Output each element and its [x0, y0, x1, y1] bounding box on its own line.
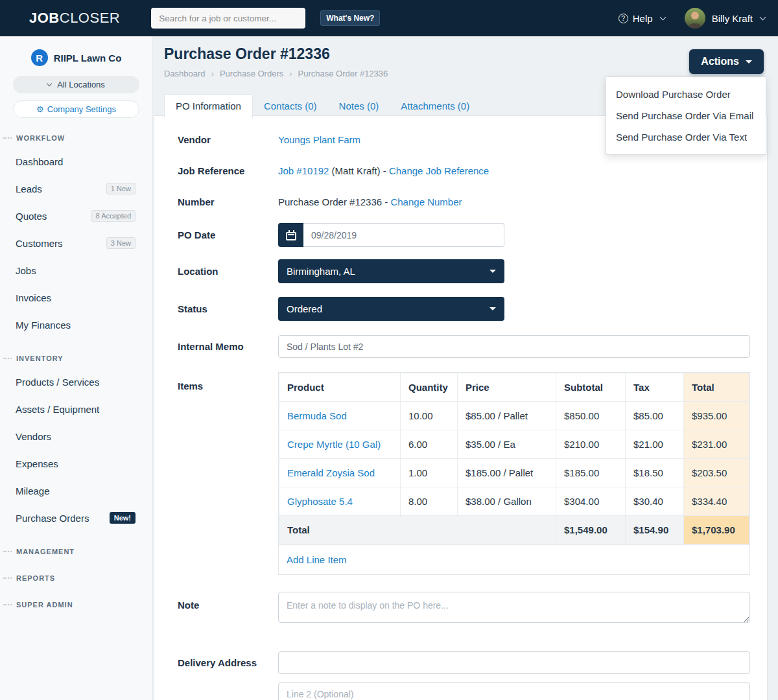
note-row: Note [178, 592, 750, 623]
vendor-link[interactable]: Youngs Plant Farm [278, 134, 360, 145]
breadcrumb-current: Purchase Order #12336 [283, 69, 388, 78]
sidebar-item-mileage[interactable]: Mileage [0, 477, 152, 504]
status-value: Ordered [287, 303, 322, 314]
section-reports[interactable]: REPORTS [0, 571, 152, 585]
chevron-down-icon [47, 81, 52, 86]
logo-bold: JOB [29, 10, 60, 26]
subtotal-cell: $304.00 [556, 487, 626, 516]
internal-memo-row: Internal Memo [178, 335, 750, 358]
note-textarea[interactable] [278, 592, 750, 623]
quantity-cell: 1.00 [401, 459, 458, 487]
delivery-address-line2-input[interactable] [278, 682, 750, 700]
tab-attachments[interactable]: Attachments (0) [390, 95, 480, 117]
table-row: Crepe Myrtle (10 Gal) 6.00 $35.00 / Ea $… [279, 430, 749, 459]
tax-cell: $21.00 [626, 430, 684, 459]
tab-notes[interactable]: Notes (0) [328, 95, 390, 117]
menu-item-send-po-via-text[interactable]: Send Purchase Order Via Text [606, 126, 766, 148]
location-select[interactable]: Birmingham, AL [278, 259, 504, 283]
menu-item-download-purchase-order[interactable]: Download Purchase Order [606, 84, 766, 105]
sidebar-item-products-services[interactable]: Products / Services [0, 368, 152, 395]
total-cell: $231.00 [684, 430, 749, 459]
section-super-admin[interactable]: SUPER ADMIN [0, 598, 152, 611]
sidebar-item-my-finances[interactable]: My Finances [0, 311, 152, 338]
user-avatar[interactable] [685, 8, 705, 29]
chevron-down-icon[interactable] [760, 14, 766, 20]
breadcrumb-purchase-orders[interactable]: Purchase Orders [206, 69, 284, 78]
actions-label: Actions [701, 56, 739, 67]
product-link[interactable]: Emerald Zoysia Sod [287, 467, 375, 478]
po-date-row: PO Date [178, 223, 750, 247]
change-number-link[interactable]: Change Number [390, 196, 462, 207]
add-line-item-row: Add Line Item [279, 544, 749, 574]
number-label: Number [178, 196, 278, 207]
search-input[interactable] [151, 8, 305, 29]
total-cell: $935.00 [684, 402, 749, 430]
sidebar-item-vendors[interactable]: Vendors [0, 423, 152, 450]
company-settings-button[interactable]: ⚙ Company Settings [13, 100, 139, 118]
change-job-reference-link[interactable]: Change Job Reference [389, 165, 489, 176]
all-locations-label: All Locations [57, 80, 105, 89]
app-logo[interactable]: JOBCLOSER [29, 10, 120, 27]
sidebar-item-dashboard[interactable]: Dashboard [0, 148, 152, 175]
tab-po-information[interactable]: PO Information [164, 94, 253, 118]
user-name[interactable]: Billy Kraft [712, 13, 753, 24]
section-dash-icon [3, 578, 12, 579]
breadcrumb-dashboard[interactable]: Dashboard [164, 69, 206, 78]
product-link[interactable]: Bermuda Sod [287, 410, 347, 421]
location-row: Location Birmingham, AL [178, 259, 750, 283]
totals-row: Total $1,549.00 $154.90 $1,703.90 [279, 516, 749, 544]
all-locations-dropdown[interactable]: All Locations [13, 76, 139, 93]
po-items-table: Product Quantity Price Subtotal Tax Tota… [278, 372, 750, 575]
sidebar-item-jobs[interactable]: Jobs [0, 257, 152, 284]
help-icon: ? [619, 14, 628, 23]
job-link[interactable]: Job #10192 [278, 165, 329, 176]
tab-contacts[interactable]: Contacts (0) [253, 95, 328, 117]
section-inventory: INVENTORY [0, 351, 152, 365]
topbar-right: ? Help Billy Kraft [619, 8, 765, 29]
leads-badge: 1 New [106, 183, 136, 194]
calendar-button[interactable] [278, 223, 303, 247]
section-management[interactable]: MANAGEMENT [0, 544, 152, 558]
sidebar-item-expenses[interactable]: Expenses [0, 450, 152, 477]
sidebar-item-assets-equipment[interactable]: Assets / Equipment [0, 395, 152, 423]
calendar-icon [286, 232, 296, 240]
po-date-input[interactable] [303, 223, 504, 247]
status-label: Status [178, 303, 278, 314]
totals-label: Total [279, 516, 556, 544]
product-link[interactable]: Crepe Myrtle (10 Gal) [287, 439, 381, 450]
company-settings-label: Company Settings [47, 104, 116, 114]
sidebar-item-leads[interactable]: Leads1 New [0, 175, 152, 202]
page-title: Purchase Order #12336 [164, 45, 330, 63]
company-header: R RIIPL Lawn Co [0, 36, 152, 66]
whats-new-button[interactable]: What's New? [320, 10, 380, 26]
subtotal-cell: $210.00 [556, 430, 626, 459]
quotes-badge: 8 Accepted [91, 210, 136, 222]
sidebar-item-customers[interactable]: Customers3 New [0, 229, 152, 257]
sidebar-item-invoices[interactable]: Invoices [0, 284, 152, 311]
help-label: Help [633, 13, 653, 24]
tax-cell: $18.50 [626, 459, 684, 487]
delivery-address-row: Delivery Address [178, 651, 750, 700]
delivery-address-line1-input[interactable] [278, 651, 750, 674]
internal-memo-input[interactable] [278, 335, 750, 358]
product-link[interactable]: Glyphosate 5.4 [287, 496, 353, 507]
items-row: Items Product Quantity Price Subtotal Ta… [178, 372, 750, 575]
main-content: Purchase Order #12336 DashboardPurchase … [153, 36, 778, 700]
sidebar-item-quotes[interactable]: Quotes8 Accepted [0, 202, 152, 229]
menu-item-send-po-via-email[interactable]: Send Purchase Order Via Email [606, 105, 766, 126]
add-line-item-link[interactable]: Add Line Item [287, 554, 347, 565]
items-label: Items [178, 372, 278, 391]
company-logo: R [31, 49, 48, 66]
sidebar-nav: WORKFLOW Dashboard Leads1 New Quotes8 Ac… [0, 131, 152, 611]
chevron-down-icon [659, 14, 666, 20]
status-select[interactable]: Ordered [278, 297, 504, 321]
job-reference-text: (Matt Kraft) - [332, 165, 386, 176]
help-menu[interactable]: ? Help [619, 13, 665, 24]
actions-button[interactable]: Actions [689, 49, 764, 74]
internal-memo-label: Internal Memo [178, 341, 278, 352]
col-tax: Tax [626, 373, 684, 402]
quantity-cell: 10.00 [401, 402, 458, 430]
topbar: JOBCLOSER What's New? ? Help Billy Kraft [0, 0, 778, 36]
sidebar-item-purchase-orders[interactable]: Purchase OrdersNew! [0, 504, 152, 531]
job-reference-label: Job Reference [178, 165, 278, 176]
